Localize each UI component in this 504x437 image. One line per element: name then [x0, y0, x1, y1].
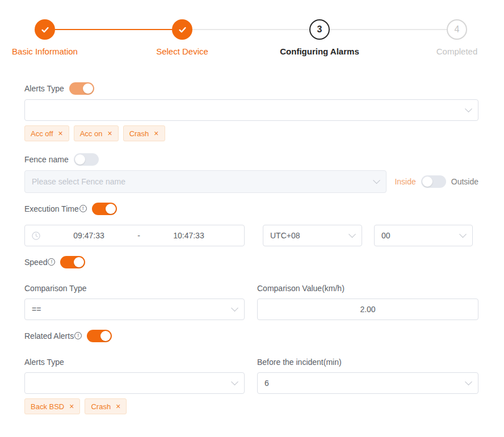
execution-time-label: Execution Time !: [24, 204, 87, 213]
check-icon: [40, 25, 50, 35]
alerts-type-toggle-row: Alerts Type: [24, 82, 478, 95]
step-connector-done: [55, 29, 173, 30]
chevron-down-icon: [231, 304, 238, 312]
minute-offset-value: 00: [381, 231, 390, 240]
speed-toggle[interactable]: [60, 256, 85, 268]
clock-icon: [32, 232, 40, 240]
chevron-down-icon: [348, 230, 356, 238]
comparison-value-field: [257, 299, 478, 320]
tag-label: Crash: [91, 402, 111, 411]
step-3-circle: 3: [309, 19, 330, 40]
alerts-type-tags: Acc off × Acc on × Crash ×: [24, 125, 478, 141]
tag-label: Crash: [129, 129, 149, 138]
inside-label: Inside: [394, 177, 415, 186]
wizard-stepper: 3 4 Basic Information Select Device Conf…: [0, 0, 504, 61]
execution-time-row: 09:47:33 - 10:47:33 UTC+08 00: [24, 225, 478, 246]
step-connector: [192, 29, 310, 30]
related-alerts-toggle[interactable]: [87, 330, 112, 342]
fence-name-select[interactable]: Please select Fence name: [24, 170, 387, 193]
chevron-down-icon: [465, 105, 472, 112]
fence-name-label: Fence name: [24, 155, 69, 164]
step-3-number: 3: [317, 24, 322, 35]
related-alerts-toggle-row: Related Alerts !: [24, 329, 478, 343]
before-incident-label: Before the incident(min): [257, 358, 478, 367]
related-alerts-field-labels: Alerts Type Before the incident(min): [24, 358, 478, 367]
close-icon[interactable]: ×: [116, 402, 120, 410]
time-range-picker[interactable]: 09:47:33 - 10:47:33: [24, 225, 245, 246]
chevron-down-icon: [459, 230, 467, 238]
step-connector: [330, 29, 447, 30]
speed-field-labels: Comparison Type Comparison Value(km/h): [24, 284, 478, 293]
fence-row: Please select Fence name Inside Outside: [24, 170, 478, 193]
related-alerts-type-label: Alerts Type: [24, 358, 245, 367]
related-alerts-field-inputs: 6: [24, 372, 478, 394]
tag-back-bsd: Back BSD ×: [24, 398, 80, 414]
step-4-number: 4: [455, 24, 460, 35]
alerts-type-select[interactable]: [24, 99, 478, 121]
toggle-knob: [83, 83, 93, 94]
step-1-label[interactable]: Basic Information: [12, 47, 78, 56]
toggle-knob: [100, 331, 111, 341]
minute-offset-select[interactable]: 00: [374, 225, 473, 246]
chevron-down-icon: [373, 177, 381, 184]
speed-label: Speed !: [24, 258, 55, 267]
close-icon[interactable]: ×: [69, 402, 74, 410]
chevron-down-icon: [231, 378, 238, 385]
tag-crash: Crash ×: [123, 125, 165, 141]
execution-time-toggle[interactable]: [92, 203, 117, 215]
step-2-circle[interactable]: [172, 19, 192, 40]
toggle-knob: [106, 204, 116, 214]
tag-acc-on: Acc on ×: [74, 125, 119, 141]
speed-field-inputs: ==: [24, 299, 478, 320]
toggle-knob: [422, 177, 432, 187]
fence-placeholder: Please select Fence name: [32, 177, 125, 186]
related-alerts-type-select[interactable]: [24, 372, 245, 394]
step-4-label: Completed: [436, 47, 478, 56]
step-3-label: Configuring Alarms: [280, 47, 359, 56]
start-time[interactable]: 09:47:33: [40, 231, 137, 240]
comparison-type-value: ==: [32, 305, 41, 314]
check-icon: [178, 25, 187, 35]
step-2-label[interactable]: Select Device: [156, 47, 208, 56]
timezone-select[interactable]: UTC+08: [263, 225, 362, 246]
toggle-knob: [74, 257, 84, 267]
tag-label: Acc on: [80, 129, 103, 138]
alerts-type-toggle[interactable]: [69, 82, 94, 95]
comparison-type-label: Comparison Type: [24, 284, 245, 293]
execution-time-toggle-row: Execution Time !: [24, 202, 478, 216]
chevron-down-icon: [465, 378, 472, 385]
step-1-circle[interactable]: [35, 19, 55, 40]
toggle-knob: [75, 154, 85, 165]
info-icon: !: [74, 332, 82, 339]
close-icon[interactable]: ×: [58, 129, 63, 137]
info-icon: !: [48, 258, 55, 266]
comparison-value-label: Comparison Value(km/h): [257, 284, 478, 293]
before-incident-value: 6: [264, 379, 269, 388]
speed-toggle-row: Speed !: [24, 255, 478, 269]
tag-crash: Crash ×: [85, 398, 127, 414]
fence-name-toggle-row: Fence name: [24, 153, 478, 166]
related-alerts-label: Related Alerts !: [24, 331, 82, 341]
comparison-value-input[interactable]: [264, 305, 471, 314]
tag-acc-off: Acc off ×: [24, 125, 69, 141]
related-alerts-tags: Back BSD × Crash ×: [24, 398, 478, 414]
fence-name-toggle[interactable]: [74, 153, 99, 166]
close-icon[interactable]: ×: [107, 129, 112, 137]
inside-outside-toggle[interactable]: [421, 175, 446, 188]
end-time[interactable]: 10:47:33: [140, 231, 237, 240]
tag-label: Back BSD: [31, 402, 64, 411]
tag-label: Acc off: [31, 129, 53, 138]
close-icon[interactable]: ×: [154, 129, 158, 137]
alerts-type-label: Alerts Type: [24, 84, 64, 93]
info-icon: !: [79, 205, 87, 212]
outside-label: Outside: [451, 177, 478, 186]
comparison-type-select[interactable]: ==: [24, 299, 245, 320]
configuring-alarms-form: Alerts Type Acc off × Acc on × Crash × F…: [24, 82, 478, 414]
timezone-value: UTC+08: [270, 231, 300, 240]
before-incident-select[interactable]: 6: [257, 372, 478, 394]
step-4-circle: 4: [447, 19, 467, 40]
